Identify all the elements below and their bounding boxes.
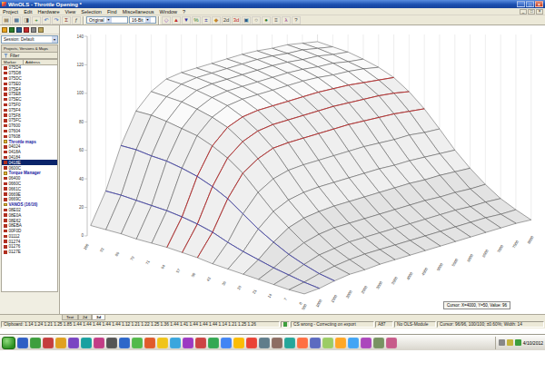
decrease-button[interactable]: ▼ [182,16,191,24]
taskbar-app-25[interactable] [322,338,333,348]
taskbar-app-6[interactable] [81,338,92,348]
filter-row[interactable]: Filter [1,52,58,59]
menu-project[interactable]: Project [0,9,21,15]
view-tabs: Text2d3d [0,314,545,320]
taskbar-app-1[interactable] [17,338,28,348]
tray-icon-1[interactable] [515,339,521,346]
menu-find[interactable]: Find [104,9,120,15]
map-icon [4,124,7,128]
close-button[interactable]: × [535,1,543,7]
marker-button[interactable]: ◇ [162,16,171,24]
taskbar-app-26[interactable] [335,338,346,348]
clock[interactable]: 4/10/2012 [523,340,543,346]
tab-projects-versions-maps[interactable]: Projects, Versions & Maps [1,44,58,52]
tray-icon-3[interactable] [499,339,505,346]
percent-button[interactable]: % [192,16,201,24]
taskbar-app-8[interactable] [106,338,117,348]
map-item-label: 0600C [9,166,22,171]
view-2d-button[interactable]: 2d [222,16,231,24]
taskbar-app-15[interactable] [195,338,206,348]
search-icon[interactable] [38,27,44,33]
taskbar-app-9[interactable] [119,338,130,348]
taskbar-app-27[interactable] [348,338,359,348]
zoom-out-button[interactable]: ○ [252,16,261,24]
help-button[interactable]: ? [292,16,301,24]
menu-view[interactable]: View [62,9,78,15]
taskbar-app-24[interactable] [310,338,321,348]
mdi-close-button[interactable]: × [536,9,543,15]
column-marker[interactable]: Marker [2,60,24,64]
taskbar-app-18[interactable] [233,338,244,348]
redo-button[interactable]: ↷ [52,16,61,24]
version-combo[interactable]: Original ▾ [86,16,128,24]
map-icon [4,66,7,70]
taskbar-app-29[interactable] [373,338,384,348]
zoom-in-button[interactable]: ● [262,16,271,24]
minimize-button[interactable]: _ [517,1,525,7]
taskbar-app-7[interactable] [94,338,104,348]
svg-text:1500: 1500 [330,293,338,303]
delete-icon[interactable] [24,27,29,33]
taskbar-app-11[interactable] [144,338,155,348]
properties-button[interactable]: ≡ [272,16,281,24]
data-org-combo[interactable]: 16-Bit ▾ [129,16,156,24]
taskbar-app-17[interactable] [221,338,232,348]
map-item[interactable]: 0127E [2,250,57,255]
add-map-button[interactable]: + [32,16,41,24]
taskbar-app-12[interactable] [157,338,168,348]
import-icon[interactable] [9,27,15,33]
menu-edit[interactable]: Edit [21,9,35,15]
export-icon[interactable] [16,27,22,33]
copy-button[interactable]: ◨ [22,16,31,24]
taskbar-app-2[interactable] [30,338,41,348]
taskbar-app-28[interactable] [361,338,372,348]
map-item-label: 08E02 [9,208,21,212]
grid-button[interactable]: ▣ [242,16,251,24]
taskbar-app-14[interactable] [183,338,193,348]
tray-icon-2[interactable] [507,339,513,346]
taskbar-app-5[interactable] [68,338,79,348]
column-address[interactable]: Address [24,60,57,64]
menu-hardware[interactable]: Hardware [35,9,63,15]
taskbar-app-21[interactable] [272,338,282,348]
selection-button[interactable]: ◆ [212,16,221,24]
menu-selection[interactable]: Selection [78,9,104,15]
map-item-label: 0418E [9,161,21,165]
taskbar-app-20[interactable] [259,338,270,348]
menu-miscellaneous[interactable]: Miscellaneous [120,9,157,15]
mdi-minimize-button[interactable]: _ [520,9,527,15]
new-folder-icon[interactable] [2,27,7,33]
session-select[interactable]: Session: Default ▾ [1,35,58,44]
offset-button[interactable]: ± [202,16,211,24]
taskbar-app-3[interactable] [43,338,54,348]
surface-plot[interactable]: 1401201008060402000714212936435057647179… [60,25,545,314]
taskbar-app-19[interactable] [246,338,257,348]
properties-icon[interactable] [31,27,36,33]
increase-button[interactable]: ▲ [172,16,181,24]
taskbar-app-10[interactable] [132,338,143,348]
taskbar-app-13[interactable] [170,338,181,348]
mdi-restore-button[interactable]: □ [528,9,535,15]
checksum-button[interactable]: Σ [62,16,71,24]
chevron-down-icon: ▾ [106,17,112,23]
menu-window[interactable]: Window [156,9,180,15]
taskbar-app-30[interactable] [386,338,397,348]
lambda-button[interactable]: λ [282,16,291,24]
taskbar-app-22[interactable] [284,338,295,348]
title-bar[interactable]: WinOLS - Throttle Opening * _ □ × [0,0,545,8]
start-button[interactable] [2,337,15,349]
open-project-button[interactable]: ▤ [2,16,11,24]
map-list-header[interactable]: Marker Address [1,59,58,65]
undo-button[interactable]: ↶ [42,16,51,24]
menu--[interactable]: ? [180,9,188,15]
taskbar-app-23[interactable] [297,338,308,348]
map-icon [4,166,7,170]
maximize-button[interactable]: □ [526,1,534,7]
function-button[interactable]: ƒ [72,16,81,24]
taskbar-app-4[interactable] [55,338,66,348]
toolbar-separator [83,16,84,24]
view-3d-button[interactable]: 3d [232,16,241,24]
taskbar-app-16[interactable] [208,338,219,348]
save-button[interactable]: ▦ [12,16,21,24]
svg-text:6000: 6000 [466,252,474,262]
